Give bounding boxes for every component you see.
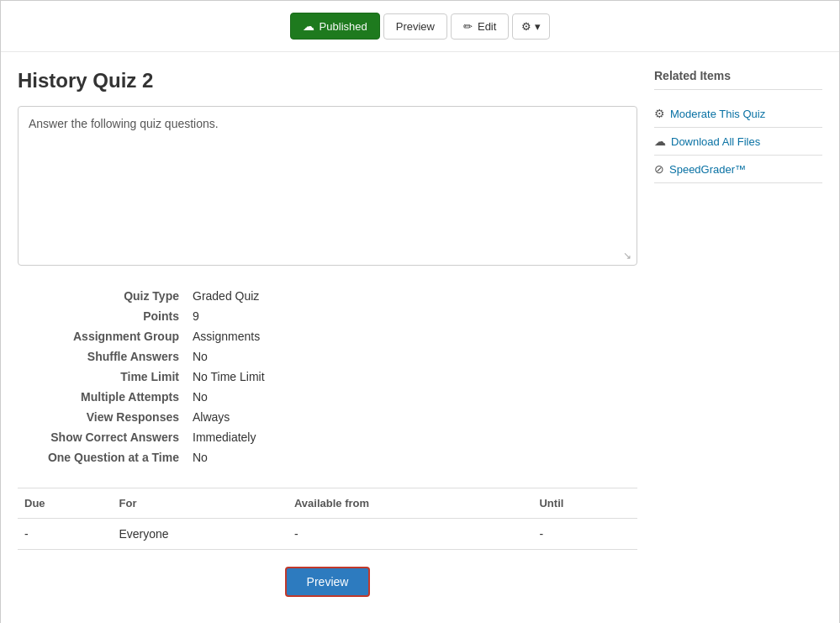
pencil-icon: ✏	[463, 20, 473, 33]
sidebar-links: ⚙ Moderate This Quiz ☁ Download All File…	[654, 100, 822, 183]
detail-row: Assignment Group Assignments	[18, 326, 637, 346]
preview-bottom-button[interactable]: Preview	[285, 567, 371, 597]
detail-row: Shuffle Answers No	[18, 346, 637, 367]
avail-for: Everyone	[113, 519, 288, 550]
col-available-from: Available from	[288, 488, 533, 519]
detail-row: Time Limit No Time Limit	[18, 367, 637, 387]
sidebar-link[interactable]: ⊘ SpeedGrader™	[654, 156, 822, 183]
detail-label: View Responses	[18, 407, 186, 427]
sidebar-title: Related Items	[654, 69, 822, 90]
quiz-title: History Quiz 2	[18, 69, 637, 92]
page-wrapper: ☁ Published Preview ✏ Edit ⚙ ▾ History Q…	[0, 0, 840, 623]
detail-value: Always	[186, 407, 637, 427]
detail-row: Show Correct Answers Immediately	[18, 427, 637, 447]
sidebar-link[interactable]: ⚙ Moderate This Quiz	[654, 100, 822, 128]
main-layout: History Quiz 2 Answer the following quiz…	[1, 52, 839, 623]
preview-bottom-label: Preview	[307, 575, 349, 589]
toolbar: ☁ Published Preview ✏ Edit ⚙ ▾	[1, 1, 839, 52]
detail-label: Shuffle Answers	[18, 346, 186, 367]
detail-value: Immediately	[186, 427, 637, 447]
detail-label: Show Correct Answers	[18, 427, 186, 447]
details-table: Quiz Type Graded Quiz Points 9 Assignmen…	[18, 286, 637, 467]
chevron-down-icon: ▾	[535, 20, 541, 33]
cloud-check-icon: ☁	[303, 19, 314, 33]
preview-btn-wrapper: Preview	[18, 550, 637, 614]
detail-row: Points 9	[18, 306, 637, 326]
sidebar-link-icon: ⊘	[654, 162, 664, 176]
published-label: Published	[320, 20, 367, 33]
availability-section: Due For Available from Until - Everyone …	[18, 488, 637, 550]
detail-row: Multiple Attempts No	[18, 387, 637, 407]
col-until: Until	[532, 488, 637, 519]
detail-label: One Question at a Time	[18, 447, 186, 467]
detail-label: Points	[18, 306, 186, 326]
availability-table: Due For Available from Until - Everyone …	[18, 488, 637, 550]
sidebar-link-label: Download All Files	[671, 135, 760, 148]
detail-value: Assignments	[186, 326, 637, 346]
detail-row: One Question at a Time No	[18, 447, 637, 467]
published-button[interactable]: ☁ Published	[290, 13, 380, 40]
detail-label: Assignment Group	[18, 326, 186, 346]
settings-button[interactable]: ⚙ ▾	[512, 13, 550, 40]
edit-label: Edit	[478, 20, 496, 33]
avail-available-from: -	[288, 519, 533, 550]
detail-value: No	[186, 447, 637, 467]
avail-row: - Everyone - -	[18, 519, 637, 550]
detail-value: No	[186, 346, 637, 367]
content-area: History Quiz 2 Answer the following quiz…	[18, 69, 637, 614]
avail-due: -	[18, 519, 113, 550]
detail-value: Graded Quiz	[186, 286, 637, 306]
col-for: For	[113, 488, 288, 519]
sidebar-link-icon: ☁	[654, 135, 666, 148]
detail-label: Time Limit	[18, 367, 186, 387]
detail-row: View Responses Always	[18, 407, 637, 427]
avail-until: -	[532, 519, 637, 550]
quiz-description: Answer the following quiz questions.	[29, 117, 219, 130]
sidebar-link-icon: ⚙	[654, 107, 665, 120]
preview-button[interactable]: Preview	[383, 13, 447, 40]
detail-label: Multiple Attempts	[18, 387, 186, 407]
sidebar-link-label: Moderate This Quiz	[670, 108, 765, 120]
detail-label: Quiz Type	[18, 286, 186, 306]
sidebar: Related Items ⚙ Moderate This Quiz ☁ Dow…	[654, 69, 822, 614]
sidebar-link-label: SpeedGrader™	[669, 163, 746, 176]
gear-icon: ⚙	[521, 20, 531, 33]
detail-row: Quiz Type Graded Quiz	[18, 286, 637, 306]
sidebar-link[interactable]: ☁ Download All Files	[654, 128, 822, 156]
preview-label: Preview	[396, 20, 435, 33]
detail-value: No	[186, 387, 637, 407]
description-box: Answer the following quiz questions.	[18, 106, 637, 266]
edit-button[interactable]: ✏ Edit	[451, 13, 509, 40]
detail-value: 9	[186, 306, 637, 326]
col-due: Due	[18, 488, 113, 519]
detail-value: No Time Limit	[186, 367, 637, 387]
